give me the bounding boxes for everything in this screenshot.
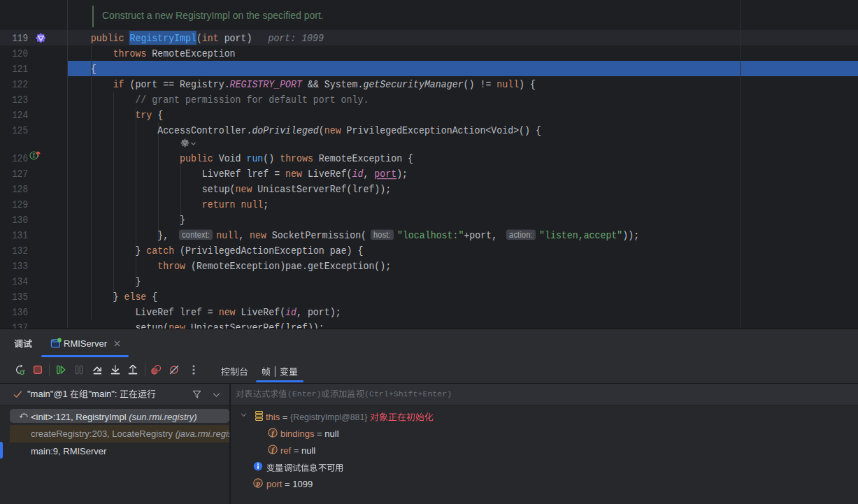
svg-text:p: p	[255, 479, 260, 487]
